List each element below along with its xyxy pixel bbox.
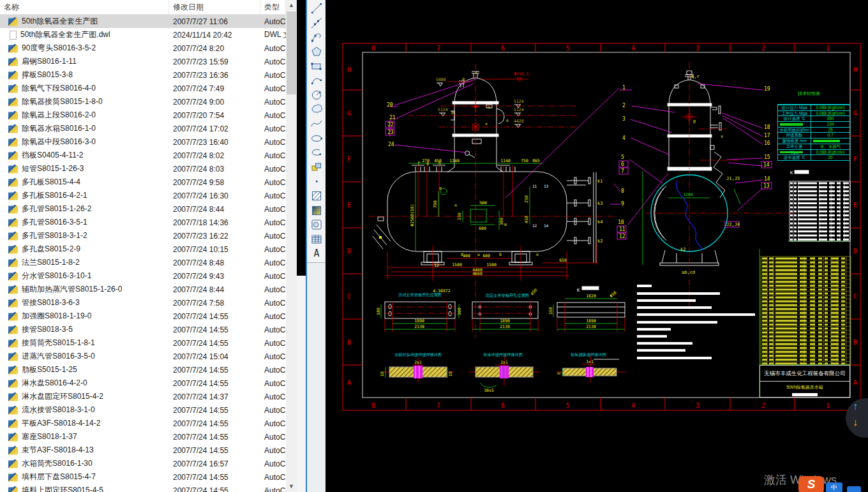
scroll-up-icon[interactable]: ▲ xyxy=(286,0,297,11)
file-date: 2007/7/24 8:20 xyxy=(169,44,260,53)
file-type: AutoC xyxy=(260,446,286,455)
file-row[interactable]: 除氧器上段S8016-2-0 2007/7/20 7:54 AutoC xyxy=(0,108,286,122)
ime-language-icon[interactable]: 中 xyxy=(826,482,842,492)
dim: 1140 xyxy=(500,158,511,163)
rectangle-tool-icon[interactable] xyxy=(310,59,324,73)
autocad-draw-toolbar: A xyxy=(306,0,326,492)
file-row[interactable]: 填料层下盘S8015-4-7 2007/7/24 14:55 AutoC xyxy=(0,470,286,484)
nozzle-label: k4 xyxy=(597,220,602,225)
file-row[interactable]: 多孔管S8016-3-5-1 2007/7/18 14:36 AutoC xyxy=(0,216,286,229)
dwg-file-icon xyxy=(8,285,18,294)
file-row[interactable]: 除氧气下段S8016-4-0 2007/7/24 7:49 AutoC xyxy=(0,82,286,95)
file-row[interactable]: 淋水盘固定环S8015-4-2 2007/7/24 14:37 AutoC xyxy=(0,390,286,403)
file-row[interactable]: 辅助加热蒸汽管S8015-1-26-0 2007/7/24 8:44 AutoC xyxy=(0,283,286,296)
file-date: 2007/7/24 8:02 xyxy=(169,151,260,160)
file-row[interactable]: 流水接管S8018-3-1-0 2007/7/24 14:55 AutoC xyxy=(0,403,286,417)
construction-line-tool-icon[interactable] xyxy=(310,16,324,31)
insert-block-tool-icon[interactable] xyxy=(310,160,324,175)
file-row[interactable]: 除氧器接筒S8015-1-8-0 2007/7/24 9:00 AutoC xyxy=(0,95,286,108)
tech-table-row: 104 xyxy=(778,121,849,127)
scroll-down-arrow-icon[interactable]: ↓ xyxy=(853,417,858,428)
file-row[interactable]: 水箱筒壳S8016-1-30 2007/7/24 16:57 AutoC xyxy=(0,457,286,470)
file-type: AutoC xyxy=(260,433,286,442)
file-row[interactable]: 法兰S8015-1-8-2 2007/7/24 8:48 AutoC xyxy=(0,256,286,269)
scroll-down-icon[interactable]: ▼ xyxy=(286,481,297,492)
file-row[interactable]: 挡板S0405-4-11-2 2007/7/24 8:02 AutoC xyxy=(0,149,286,162)
autocad-drawing-canvas[interactable]: 8 7 6 5 4 3 2 1 8 7 6 5 4 3 2 1 H G F E xyxy=(326,0,868,492)
ddim: 2130 xyxy=(414,324,424,329)
ellipse-arc-tool-icon[interactable] xyxy=(310,145,324,160)
tech-label: 水箱有效容积m³ xyxy=(778,128,811,133)
elev: 5124 xyxy=(438,107,448,112)
file-row[interactable]: 除氧器水箱S8016-1-0 2007/7/24 17:02 AutoC xyxy=(0,122,286,135)
file-row[interactable]: 接管S8018-3-5 2007/7/24 14:55 AutoC xyxy=(0,323,286,336)
file-row[interactable]: 分水管S8016-3-10-1 2007/7/24 9:43 AutoC xyxy=(0,269,286,283)
wdim: 10 xyxy=(380,371,385,376)
file-row[interactable]: 淋水盘S8016-4-2-0 2007/7/24 14:55 AutoC xyxy=(0,376,286,390)
file-row[interactable]: 50th除氧器全套生产图 2007/7/27 11:06 AutoC xyxy=(0,15,286,28)
file-row[interactable]: 束节A3F-S8018-4-13 2007/7/24 14:55 AutoC xyxy=(0,444,286,457)
file-row[interactable]: 接筒筒壳S8015-1-8-1 2007/7/24 14:55 AutoC xyxy=(0,336,286,350)
column-header-date[interactable]: 修改日期 xyxy=(169,0,260,14)
tech-label xyxy=(778,122,811,127)
file-row[interactable]: 短管S8015-1-26-3 2007/7/24 8:03 AutoC xyxy=(0,162,286,175)
polygon-tool-icon[interactable] xyxy=(310,45,324,59)
weldnum: 12 xyxy=(532,223,537,228)
point-tool-icon[interactable] xyxy=(310,174,324,189)
circle-tool-icon[interactable] xyxy=(310,88,324,103)
file-row[interactable]: 塞座S8018-1-37 2007/7/24 14:55 AutoC xyxy=(0,430,286,444)
column-header-name[interactable]: 名称 xyxy=(0,0,169,14)
file-row[interactable]: 90度弯头S8016-3-5-2 2007/7/24 8:20 AutoC xyxy=(0,41,286,55)
file-row[interactable]: 多孔板S8015-4-4 2007/7/24 9:58 AutoC xyxy=(0,175,286,189)
dwg-file-icon xyxy=(8,366,18,375)
dwg-file-icon xyxy=(8,473,18,482)
scrollbar-thumb[interactable] xyxy=(287,11,296,94)
spline-tool-icon[interactable] xyxy=(310,117,324,131)
region-tool-icon[interactable] xyxy=(310,218,324,232)
file-row[interactable]: 肋板S5015-1-25 2007/7/24 14:55 AutoC xyxy=(0,363,286,376)
file-row[interactable]: 进蒸汽管S8016-3-5-0 2007/7/24 15:04 AutoC xyxy=(0,350,286,363)
nozzle-label: v xyxy=(721,134,723,139)
file-row[interactable]: 多孔管S8018-3-1-2 2007/7/23 16:22 AutoC xyxy=(0,229,286,242)
dwg-file-icon xyxy=(8,459,18,468)
grid-row: F xyxy=(347,156,351,163)
line-tool-icon[interactable] xyxy=(310,1,324,16)
dwg-file-icon xyxy=(8,446,18,455)
table-tool-icon[interactable] xyxy=(310,232,324,247)
tech-table-row: 工作压力 Mpa 0.088 (Kgf/cm²) xyxy=(778,110,849,116)
file-row[interactable]: 填料上固定环S8015-4-5 2007/7/24 14:55 AutoC xyxy=(0,484,286,492)
file-row[interactable]: 加强圈S8018-1-19-0 2007/7/24 14:55 AutoC xyxy=(0,309,286,323)
dim: 250 xyxy=(524,195,529,203)
pt: o xyxy=(439,186,442,191)
file-type: AutoC xyxy=(260,205,286,214)
ime-toolbar-icon[interactable] xyxy=(847,486,861,492)
sogou-ime-icon[interactable]: S xyxy=(798,476,824,492)
file-date: 2007/7/24 14:55 xyxy=(169,419,260,428)
scroll-up-arrow-icon[interactable]: ↑ xyxy=(853,401,858,412)
vertical-scrollbar[interactable]: ▲ ▼ xyxy=(286,0,297,492)
file-row[interactable]: 多孔盘S8015-2-9 2007/7/24 10:15 AutoC xyxy=(0,242,286,256)
file-row[interactable]: 多孔板S8016-4-2-1 2007/7/24 16:30 AutoC xyxy=(0,189,286,202)
file-row[interactable]: 管接S8018-3-6-3 2007/7/24 7:58 AutoC xyxy=(0,296,286,309)
dwg-file-icon xyxy=(8,352,18,361)
file-row[interactable]: 撑板S8015-3-8 2007/7/23 16:36 AutoC xyxy=(0,68,286,82)
elev: 5124 xyxy=(514,107,524,112)
file-row[interactable]: 多孔管S8015-1-26-2 2007/7/24 8:44 AutoC xyxy=(0,202,286,216)
arc-tool-icon[interactable] xyxy=(310,73,324,88)
revision-cloud-tool-icon[interactable] xyxy=(310,102,324,117)
file-date: 2007/7/24 14:37 xyxy=(169,392,260,401)
file-row[interactable]: 平板A3F-S8018-4-14-2 2007/7/24 14:55 AutoC xyxy=(0,417,286,430)
bom-table xyxy=(761,257,851,364)
hatch-tool-icon[interactable] xyxy=(310,189,324,204)
file-date: 2007/7/24 8:44 xyxy=(169,285,260,294)
gradient-tool-icon[interactable] xyxy=(310,203,324,218)
dwg-file-icon xyxy=(8,71,18,80)
ellipse-tool-icon[interactable] xyxy=(310,131,324,145)
polyline-tool-icon[interactable] xyxy=(310,30,324,45)
multiline-text-tool-icon[interactable]: A xyxy=(310,246,324,261)
file-row[interactable]: 扁钢S8016-1-11 2007/7/23 15:59 AutoC xyxy=(0,55,286,68)
column-header-type[interactable]: 类型 xyxy=(260,0,286,14)
tech-table-row: Mpa 0.088 (Kgf/cm²) xyxy=(778,149,849,155)
file-row[interactable]: 50th除氧器全套生产图.dwl 2024/11/14 20:42 DWL 文 xyxy=(0,28,286,41)
file-row[interactable]: 除氧器中段S8016-3-0 2007/7/23 16:40 AutoC xyxy=(0,135,286,149)
